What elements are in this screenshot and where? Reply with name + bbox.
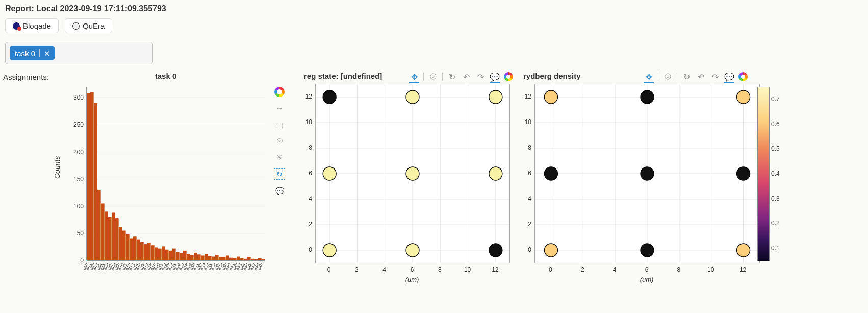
- svg-text:6: 6: [309, 170, 312, 177]
- task-chip-label: task 0: [15, 49, 35, 58]
- svg-text:150: 150: [73, 176, 84, 183]
- task-multiselect[interactable]: task 0 ✕: [5, 42, 153, 64]
- svg-text:300: 300: [73, 94, 84, 101]
- svg-rect-58: [237, 257, 240, 260]
- svg-text:6: 6: [528, 170, 531, 177]
- svg-text:0: 0: [528, 246, 531, 253]
- svg-rect-63: [254, 259, 258, 260]
- bokeh-logo-icon[interactable]: [738, 72, 748, 81]
- svg-rect-27: [126, 234, 130, 260]
- svg-text:4: 4: [382, 266, 386, 273]
- assignments-label: Assignments:: [3, 73, 49, 81]
- svg-rect-19: [97, 190, 101, 260]
- svg-text:6: 6: [411, 266, 414, 273]
- bokeh-logo-icon[interactable]: [274, 87, 285, 97]
- svg-text:200: 200: [73, 149, 84, 156]
- hover-tool-icon[interactable]: 💬: [490, 71, 500, 82]
- svg-rect-43: [183, 251, 187, 260]
- colorbar-tick: 0.3: [771, 195, 780, 202]
- colorbar-tick: 0.7: [771, 95, 780, 103]
- colorbar-tick: 0.2: [771, 220, 780, 227]
- bar-chart-toolbar: ↔ ⬚ ⦾ ✳ ↻ 💬: [273, 87, 286, 196]
- svg-text:(um): (um): [405, 276, 419, 283]
- task-chip[interactable]: task 0 ✕: [10, 46, 55, 60]
- reset-tool-icon[interactable]: ↻: [274, 168, 285, 180]
- svg-rect-47: [197, 254, 201, 260]
- page-title: Report: Local 2023-09-19 17:11:09.355793: [5, 4, 166, 13]
- svg-text:12: 12: [525, 93, 532, 100]
- svg-rect-64: [258, 258, 262, 260]
- reset-tool-icon[interactable]: ↻: [681, 71, 692, 82]
- pan-tool-icon[interactable]: ✥: [409, 71, 419, 82]
- hover-tool-icon[interactable]: 💬: [724, 71, 734, 82]
- svg-text:0: 0: [80, 257, 84, 264]
- svg-text:10: 10: [305, 118, 313, 126]
- svg-rect-52: [215, 255, 219, 260]
- svg-text:2: 2: [309, 221, 312, 228]
- rydberg-density-axes: 002244668810101212(um): [520, 83, 765, 292]
- wheel-zoom-tool-icon[interactable]: ⦾: [274, 136, 285, 146]
- bloqade-button[interactable]: Bloqade: [5, 18, 59, 33]
- wheel-zoom-tool-icon[interactable]: ⦾: [662, 71, 673, 82]
- svg-rect-31: [140, 242, 144, 260]
- svg-rect-40: [172, 249, 176, 260]
- redo-tool-icon[interactable]: ↷: [710, 71, 720, 82]
- bokeh-logo-icon[interactable]: [504, 72, 513, 81]
- bar-chart-ylabel: Counts: [53, 156, 61, 179]
- svg-rect-45: [190, 255, 194, 260]
- svg-rect-28: [130, 239, 133, 261]
- svg-rect-49: [205, 254, 208, 260]
- link-button-row: Bloqade QuEra: [5, 18, 112, 33]
- svg-text:2: 2: [581, 266, 584, 273]
- hover-tool-icon[interactable]: 💬: [274, 186, 285, 196]
- svg-rect-25: [119, 227, 122, 260]
- rydberg-density-panel: rydberg density ✥ ⦾ ↻ ↶ ↷ 💬 002244668810…: [520, 71, 750, 291]
- svg-text:50: 50: [77, 230, 84, 237]
- svg-rect-41: [176, 252, 180, 260]
- colorbar: [757, 87, 770, 261]
- chip-divider: [39, 49, 40, 57]
- toolbar-divider: [423, 73, 424, 81]
- svg-rect-56: [229, 258, 233, 260]
- bar-chart-svg: 050100150200250300b00b01b02b03b04b05b06b…: [61, 82, 270, 291]
- svg-rect-60: [244, 259, 247, 260]
- svg-text:8: 8: [438, 266, 442, 273]
- svg-text:0: 0: [327, 266, 331, 273]
- undo-tool-icon[interactable]: ↶: [461, 71, 471, 82]
- bloqade-button-label: Bloqade: [23, 21, 51, 30]
- reset-tool-icon[interactable]: ↻: [447, 71, 457, 82]
- svg-rect-65: [262, 259, 265, 260]
- colorbar-tick: 0.1: [771, 245, 780, 252]
- svg-text:4: 4: [613, 266, 617, 273]
- svg-text:0: 0: [309, 246, 312, 253]
- svg-text:12: 12: [305, 93, 313, 100]
- svg-text:100: 100: [73, 203, 84, 210]
- svg-rect-48: [201, 255, 205, 260]
- bar-chart: task 0 050100150200250300b00b01b02b03b04…: [61, 71, 270, 291]
- svg-rect-59: [240, 258, 244, 260]
- pan-tool-icon[interactable]: ✥: [644, 71, 654, 82]
- svg-rect-23: [112, 213, 115, 261]
- toolbar-divider: [677, 73, 677, 81]
- svg-rect-24: [115, 218, 119, 260]
- quera-button-label: QuEra: [83, 21, 105, 30]
- toolbar-divider: [442, 73, 443, 81]
- svg-text:8: 8: [309, 144, 312, 151]
- undo-tool-icon[interactable]: ↶: [696, 71, 706, 82]
- tap-tool-icon[interactable]: ✳: [274, 152, 285, 162]
- svg-text:12: 12: [492, 266, 499, 273]
- wheel-zoom-tool-icon[interactable]: ⦾: [428, 71, 438, 82]
- svg-text:10: 10: [525, 118, 532, 126]
- colorbar-tick: 0.4: [771, 170, 780, 177]
- toolbar-divider: [658, 73, 658, 81]
- box-zoom-tool-icon[interactable]: ⬚: [274, 119, 285, 130]
- chip-close-icon[interactable]: ✕: [44, 50, 50, 57]
- svg-rect-30: [137, 240, 140, 260]
- bar-chart-title: task 0: [61, 71, 270, 80]
- pan-tool-icon[interactable]: ↔: [274, 103, 285, 113]
- quera-button[interactable]: QuEra: [65, 18, 112, 33]
- redo-tool-icon[interactable]: ↷: [475, 71, 486, 82]
- svg-rect-34: [151, 245, 155, 260]
- reg-state-axes: 002244668810101212(um): [301, 83, 515, 292]
- svg-rect-17: [90, 92, 94, 260]
